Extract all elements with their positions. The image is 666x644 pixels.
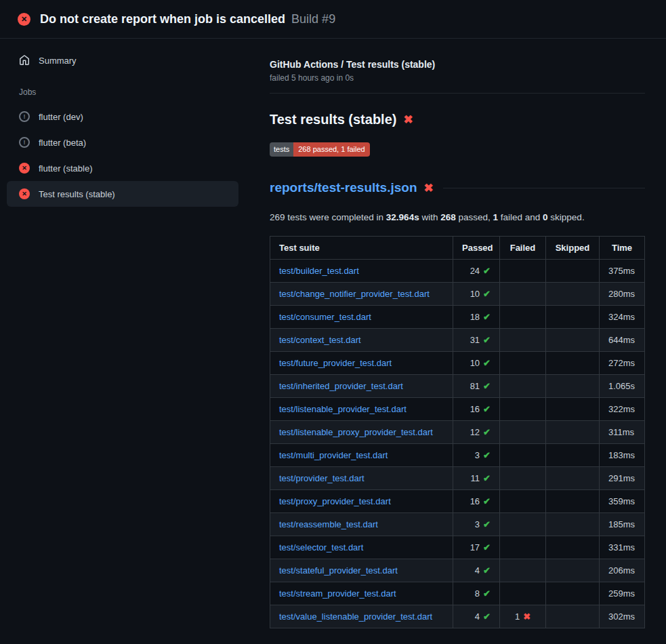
test-suite-link[interactable]: test/inherited_provider_test.dart [279, 381, 403, 391]
test-suite-cell: test/listenable_proxy_provider_test.dart [270, 421, 453, 444]
test-suite-row: test/selector_test.dart 17✔ 331ms [270, 536, 645, 559]
report-file-link[interactable]: reports/test-results.json [270, 180, 417, 195]
job-label: flutter (beta) [39, 138, 86, 148]
time-cell: 259ms [600, 582, 645, 605]
time-cell: 331ms [600, 536, 645, 559]
test-suite-link[interactable]: test/selector_test.dart [279, 542, 363, 552]
test-suite-cell: test/listenable_provider_test.dart [270, 398, 453, 421]
failed-cell [500, 467, 546, 490]
tests-badge: tests 268 passed, 1 failed [270, 142, 370, 157]
test-suite-row: test/consumer_test.dart 18✔ 324ms [270, 306, 645, 329]
summary-text-part: skipped. [548, 212, 585, 222]
passed-cell: 10✔ [453, 352, 500, 375]
test-suite-link[interactable]: test/listenable_provider_test.dart [279, 404, 407, 414]
sidebar-item-summary[interactable]: Summary [7, 49, 238, 71]
skipped-cell [546, 352, 600, 375]
test-suite-link[interactable]: test/stream_provider_test.dart [279, 588, 396, 599]
passed-cell: 12✔ [453, 421, 500, 444]
test-suite-cell: test/stateful_provider_test.dart [270, 559, 453, 582]
table-header-row: Test suite Passed Failed Skipped Time [270, 237, 645, 260]
failed-cell [500, 490, 546, 513]
pass-check-icon: ✔ [483, 496, 491, 506]
sidebar-job-item[interactable]: ✕ Test results (stable) [7, 181, 238, 207]
pass-check-icon: ✔ [483, 519, 491, 529]
neutral-status-icon: ! [19, 137, 30, 148]
test-suite-row: test/provider_test.dart 11✔ 291ms [270, 467, 645, 490]
home-icon [19, 55, 30, 66]
check-title-text: Test results (stable) [270, 112, 396, 127]
test-suite-link[interactable]: test/change_notifier_provider_test.dart [279, 289, 430, 299]
test-suite-link[interactable]: test/future_provider_test.dart [279, 358, 392, 368]
time-cell: 644ms [600, 329, 645, 352]
passed-cell: 18✔ [453, 306, 500, 329]
time-cell: 324ms [600, 306, 645, 329]
passed-cell: 11✔ [453, 467, 500, 490]
time-cell: 185ms [600, 513, 645, 536]
test-suite-row: test/stream_provider_test.dart 8✔ 259ms [270, 582, 645, 605]
summary-text-part: 32.964s [386, 212, 419, 222]
pass-check-icon: ✔ [483, 266, 491, 276]
test-suite-row: test/builder_test.dart 24✔ 375ms [270, 260, 645, 283]
test-suite-link[interactable]: test/consumer_test.dart [279, 312, 371, 322]
test-suite-cell: test/multi_provider_test.dart [270, 444, 453, 467]
run-title-group: Do not create report when job is cancell… [40, 12, 335, 26]
breadcrumb: GitHub Actions / Test results (stable) [270, 59, 645, 70]
build-number: Build #9 [291, 12, 335, 26]
passed-cell: 10✔ [453, 283, 500, 306]
pass-check-icon: ✔ [483, 381, 491, 391]
test-suite-cell: test/proxy_provider_test.dart [270, 490, 453, 513]
skipped-cell [546, 513, 600, 536]
test-suite-row: test/multi_provider_test.dart 3✔ 183ms [270, 444, 645, 467]
badge-value: 268 passed, 1 failed [293, 142, 369, 157]
pass-check-icon: ✔ [483, 312, 491, 322]
time-cell: 280ms [600, 283, 645, 306]
count-value: 18 [470, 312, 480, 322]
time-cell: 272ms [600, 352, 645, 375]
count-value: 31 [470, 335, 480, 345]
skipped-cell [546, 329, 600, 352]
test-suite-row: test/proxy_provider_test.dart 16✔ 359ms [270, 490, 645, 513]
passed-cell: 8✔ [453, 582, 500, 605]
sidebar-job-item[interactable]: ✕ flutter (stable) [7, 155, 238, 181]
passed-cell: 4✔ [453, 559, 500, 582]
test-suite-link[interactable]: test/provider_test.dart [279, 473, 365, 483]
skipped-cell [546, 490, 600, 513]
test-suite-row: test/future_provider_test.dart 10✔ 272ms [270, 352, 645, 375]
job-label: flutter (stable) [39, 163, 92, 174]
test-suite-cell: test/reassemble_test.dart [270, 513, 453, 536]
test-suite-link[interactable]: test/proxy_provider_test.dart [279, 496, 391, 506]
skipped-cell [546, 467, 600, 490]
failed-cell [500, 283, 546, 306]
sidebar: Summary Jobs ! flutter (dev) ! flutter (… [0, 39, 251, 644]
test-suite-cell: test/context_test.dart [270, 329, 453, 352]
sidebar-job-item[interactable]: ! flutter (beta) [7, 129, 238, 155]
header-divider [270, 93, 645, 94]
time-cell: 311ms [600, 421, 645, 444]
test-suite-link[interactable]: test/builder_test.dart [279, 266, 359, 276]
sidebar-job-item[interactable]: ! flutter (dev) [7, 104, 238, 129]
results-table: Test suite Passed Failed Skipped Time te… [270, 236, 645, 628]
time-cell: 1.065s [600, 375, 645, 398]
summary-text-part: 268 [440, 212, 456, 222]
col-header-time: Time [600, 237, 645, 260]
test-suite-cell: test/provider_test.dart [270, 467, 453, 490]
pass-check-icon: ✔ [483, 588, 491, 599]
test-suite-link[interactable]: test/listenable_proxy_provider_test.dart [279, 427, 433, 437]
test-suite-link[interactable]: test/stateful_provider_test.dart [279, 565, 398, 576]
sidebar-summary-label: Summary [39, 56, 77, 66]
skipped-cell [546, 536, 600, 559]
test-suite-link[interactable]: test/value_listenable_provider_test.dart [279, 611, 432, 622]
test-suite-link[interactable]: test/context_test.dart [279, 335, 361, 345]
skipped-cell [546, 582, 600, 605]
time-cell: 375ms [600, 260, 645, 283]
test-suite-row: test/change_notifier_provider_test.dart … [270, 283, 645, 306]
main-content: GitHub Actions / Test results (stable) f… [251, 39, 666, 644]
failed-cell [500, 559, 546, 582]
summary-text-part: 1 [493, 212, 499, 222]
test-suite-link[interactable]: test/reassemble_test.dart [279, 519, 378, 529]
skipped-cell [546, 260, 600, 283]
count-value: 3 [475, 450, 480, 460]
test-suite-link[interactable]: test/multi_provider_test.dart [279, 450, 388, 460]
skipped-cell [546, 398, 600, 421]
test-suite-cell: test/change_notifier_provider_test.dart [270, 283, 453, 306]
